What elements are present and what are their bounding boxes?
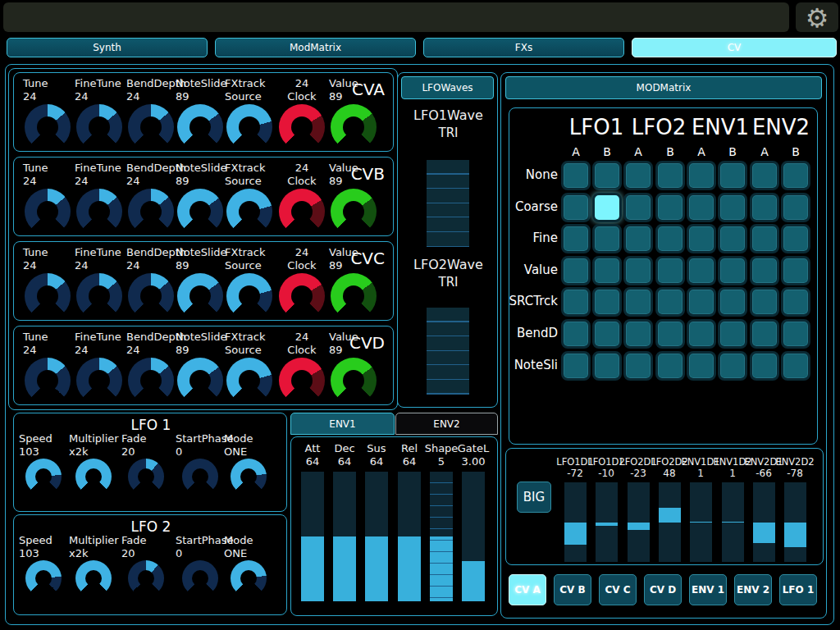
knob-noteslide[interactable] <box>177 104 223 150</box>
matrix-cell-r6-c7[interactable] <box>781 351 810 381</box>
matrix-cell-r0-c4[interactable] <box>687 161 716 190</box>
knob-value[interactable] <box>331 189 377 235</box>
select-button-env-1[interactable]: ENV 1 <box>689 574 727 605</box>
knob-noteslide[interactable] <box>177 273 223 319</box>
matrix-cell-r4-c1[interactable] <box>592 287 622 317</box>
matrix-cell-r4-c0[interactable] <box>561 287 591 317</box>
knob-multiplier[interactable] <box>75 459 112 495</box>
select-button-lfo-1[interactable]: LFO 1 <box>779 574 817 605</box>
knob-speed[interactable] <box>25 560 62 596</box>
knob-mode[interactable] <box>231 560 267 596</box>
matrix-cell-r3-c2[interactable] <box>623 256 653 285</box>
knob-fxtrack[interactable] <box>226 273 272 319</box>
knob-benddepth[interactable] <box>128 273 174 319</box>
matrix-cell-r0-c2[interactable] <box>623 161 653 190</box>
knob-24[interactable] <box>279 273 325 319</box>
knob-benddepth[interactable] <box>128 189 174 235</box>
knob-fade[interactable] <box>128 459 164 495</box>
select-button-env-2[interactable]: ENV 2 <box>734 574 772 605</box>
matrix-cell-r2-c7[interactable] <box>781 224 810 253</box>
matrix-cell-r0-c0[interactable] <box>561 161 591 190</box>
matrix-cell-r5-c4[interactable] <box>687 319 716 349</box>
matrix-cell-r0-c6[interactable] <box>750 161 779 190</box>
knob-finetune[interactable] <box>76 104 122 150</box>
matrix-cell-r0-c1[interactable] <box>592 161 622 190</box>
matrix-cell-r1-c4[interactable] <box>687 193 716 222</box>
tab-fxs[interactable]: FXs <box>423 38 624 57</box>
env-slider-dec[interactable] <box>333 472 356 601</box>
knob-finetune[interactable] <box>76 358 122 404</box>
depth-slider-lfo2d1[interactable] <box>628 482 650 562</box>
matrix-cell-r5-c2[interactable] <box>623 319 653 349</box>
knob-24[interactable] <box>279 358 325 404</box>
knob-tune[interactable] <box>25 189 71 235</box>
tab-env1[interactable]: ENV1 <box>290 413 395 435</box>
depth-slider-lfo1d2[interactable] <box>596 482 618 562</box>
knob-24[interactable] <box>279 104 325 150</box>
depth-slider-env1d1[interactable] <box>690 482 712 562</box>
knob-multiplier[interactable] <box>75 560 112 596</box>
knob-benddepth[interactable] <box>128 104 174 150</box>
env-slider-gatel[interactable] <box>462 472 485 601</box>
matrix-cell-r6-c1[interactable] <box>592 351 622 381</box>
knob-startphase[interactable] <box>182 560 218 596</box>
matrix-cell-r0-c7[interactable] <box>781 161 810 190</box>
big-button[interactable]: BIG <box>517 482 551 513</box>
knob-benddepth[interactable] <box>128 358 174 404</box>
knob-finetune[interactable] <box>76 189 122 235</box>
depth-slider-env2d2[interactable] <box>784 482 806 562</box>
knob-speed[interactable] <box>25 459 62 495</box>
tab-cv[interactable]: CV <box>632 38 837 57</box>
knob-tune[interactable] <box>25 273 71 319</box>
matrix-cell-r3-c1[interactable] <box>592 256 622 285</box>
matrix-cell-r4-c3[interactable] <box>655 287 685 317</box>
knob-fxtrack[interactable] <box>226 358 272 404</box>
wave-selector-2[interactable] <box>427 308 469 395</box>
matrix-cell-r3-c7[interactable] <box>781 256 810 285</box>
knob-24[interactable] <box>279 189 325 235</box>
matrix-cell-r3-c6[interactable] <box>750 256 779 285</box>
matrix-cell-r1-c7[interactable] <box>781 193 810 222</box>
matrix-cell-r4-c6[interactable] <box>750 287 779 317</box>
knob-noteslide[interactable] <box>177 189 223 235</box>
env-slider-rel[interactable] <box>398 472 421 601</box>
matrix-cell-r3-c0[interactable] <box>561 256 591 285</box>
knob-mode[interactable] <box>231 459 267 495</box>
knob-value[interactable] <box>331 104 377 150</box>
matrix-cell-r4-c5[interactable] <box>718 287 747 317</box>
matrix-cell-r1-c5[interactable] <box>718 193 747 222</box>
knob-tune[interactable] <box>25 104 71 150</box>
knob-value[interactable] <box>331 358 377 404</box>
knob-finetune[interactable] <box>76 273 122 319</box>
matrix-cell-r2-c1[interactable] <box>592 224 622 253</box>
matrix-cell-r5-c1[interactable] <box>592 319 622 349</box>
depth-slider-lfo1d1[interactable] <box>564 482 587 562</box>
knob-startphase[interactable] <box>182 459 218 495</box>
matrix-cell-r2-c6[interactable] <box>750 224 779 253</box>
matrix-cell-r3-c5[interactable] <box>718 256 747 285</box>
matrix-cell-r4-c4[interactable] <box>687 287 716 317</box>
env-slider-shape[interactable] <box>430 472 453 601</box>
knob-value[interactable] <box>331 273 377 319</box>
matrix-cell-r2-c4[interactable] <box>687 224 716 253</box>
env-slider-att[interactable] <box>301 472 324 601</box>
knob-noteslide[interactable] <box>177 358 223 404</box>
matrix-cell-r2-c2[interactable] <box>623 224 653 253</box>
matrix-cell-r1-c3[interactable] <box>655 193 685 222</box>
matrix-cell-r3-c3[interactable] <box>655 256 685 285</box>
knob-fxtrack[interactable] <box>226 104 272 150</box>
depth-slider-env2d1[interactable] <box>753 482 775 562</box>
env-slider-sus[interactable] <box>365 472 388 601</box>
matrix-cell-r1-c6[interactable] <box>750 193 779 222</box>
tab-synth[interactable]: Synth <box>7 38 208 57</box>
matrix-cell-r6-c0[interactable] <box>561 351 591 381</box>
matrix-cell-r2-c3[interactable] <box>655 224 685 253</box>
matrix-cell-r4-c2[interactable] <box>623 287 653 317</box>
matrix-cell-r5-c5[interactable] <box>718 319 747 349</box>
matrix-cell-r5-c3[interactable] <box>655 319 685 349</box>
depth-slider-env1d2[interactable] <box>722 482 744 562</box>
matrix-cell-r5-c7[interactable] <box>781 319 810 349</box>
depth-slider-lfo2d2[interactable] <box>659 482 681 562</box>
matrix-cell-r5-c6[interactable] <box>750 319 779 349</box>
select-button-cv-d[interactable]: CV D <box>644 574 682 605</box>
